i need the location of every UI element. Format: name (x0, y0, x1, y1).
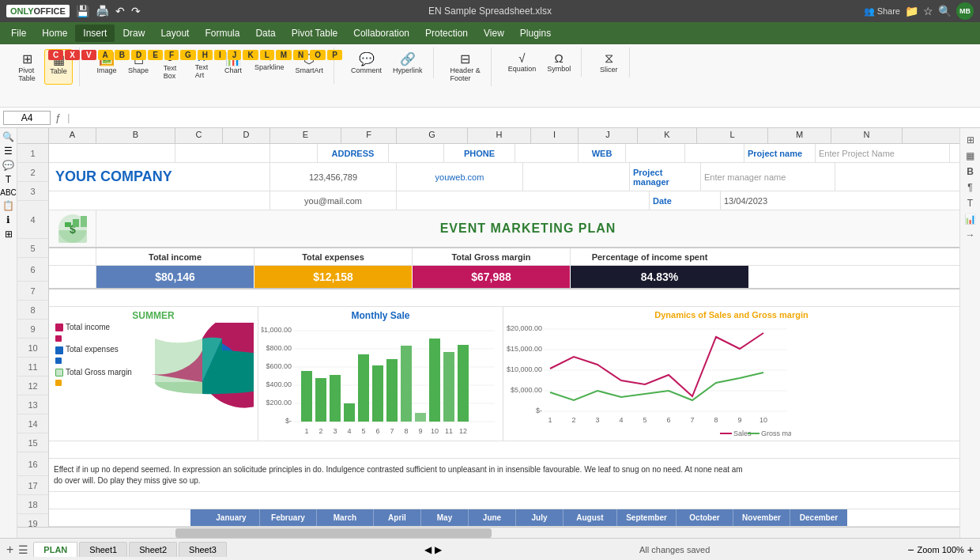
col-jul[interactable]: July (516, 509, 564, 526)
sheet-list-btn[interactable]: ☰ (18, 543, 28, 556)
col-G[interactable]: G (397, 128, 468, 143)
tab-plan[interactable]: PLAN (33, 542, 77, 557)
col-E[interactable]: E (270, 128, 341, 143)
rs-arrow[interactable]: → (966, 229, 975, 240)
cell-pct-val[interactable]: 84.83% (571, 266, 748, 288)
col-dec[interactable]: December (790, 509, 847, 526)
formula-func-icon[interactable]: ƒ (55, 112, 61, 123)
ribbon-symbol[interactable]: Ω Symbol (543, 49, 575, 75)
lt-chat[interactable]: 💬 (2, 160, 14, 171)
prev-sheet[interactable]: ◀ (424, 544, 432, 555)
open-folder-icon[interactable]: 📁 (905, 5, 918, 17)
col-A[interactable]: A (49, 128, 96, 143)
col-mar[interactable]: March (317, 509, 374, 526)
cell-l2[interactable]: Project manager (630, 163, 701, 191)
formula-input[interactable]: EVENT MARKETING PLAN (74, 112, 977, 124)
lt-formula[interactable]: ABC (0, 188, 17, 197)
add-sheet-btn[interactable]: + (6, 543, 13, 557)
redo-icon[interactable]: ↷ (131, 5, 141, 17)
col-K[interactable]: K (638, 128, 697, 143)
cell-row7[interactable] (49, 289, 748, 306)
cell-h1[interactable] (515, 144, 579, 162)
cell-e3[interactable]: you@mail.com (270, 191, 397, 210)
col-J[interactable]: J (579, 128, 638, 143)
col-jun[interactable]: June (469, 509, 516, 526)
menu-collab[interactable]: Collaboration (345, 25, 417, 42)
ribbon-comment[interactable]: 💬 Comment (347, 49, 386, 77)
rs-grid[interactable]: ▦ (966, 150, 974, 161)
cell-expenses-val[interactable]: $12,158 (254, 266, 413, 288)
print-icon[interactable]: 🖨️ (96, 5, 109, 17)
menu-draw[interactable]: Draw (115, 25, 153, 42)
lt-search[interactable]: 🔍 (2, 131, 14, 142)
cell-a5[interactable] (49, 248, 96, 265)
zoom-in-btn[interactable]: + (967, 543, 974, 556)
col-L[interactable]: L (697, 128, 768, 143)
cell-e1[interactable]: ADDRESS (318, 144, 389, 162)
cell-r18-a[interactable] (49, 509, 191, 526)
star-icon[interactable]: ☆ (923, 5, 933, 17)
cell-a3[interactable] (49, 191, 270, 210)
menu-file[interactable]: File (3, 25, 34, 42)
col-nov[interactable]: November (733, 509, 790, 526)
menu-insert[interactable]: Insert (75, 25, 115, 42)
hscrollbar[interactable] (17, 527, 959, 538)
cell-l3[interactable]: Date (650, 191, 721, 210)
ribbon-equation[interactable]: √ Equation (504, 49, 541, 75)
cell-j2[interactable] (523, 163, 630, 191)
rs-paragraph[interactable]: ¶ (967, 182, 972, 193)
rs-chart2[interactable]: 📊 (964, 214, 976, 225)
col-H[interactable]: H (468, 128, 531, 143)
menu-data[interactable]: Data (247, 25, 283, 42)
col-D[interactable]: D (223, 128, 270, 143)
cell-f1[interactable] (389, 144, 444, 162)
col-N[interactable]: N (831, 128, 903, 143)
cell-j1[interactable] (626, 144, 685, 162)
zoom-out-btn[interactable]: − (907, 543, 914, 556)
undo-icon[interactable]: ↶ (115, 5, 125, 17)
cell-g3[interactable] (397, 191, 650, 210)
menu-formula[interactable]: Formula (197, 25, 247, 42)
ribbon-slicer[interactable]: ⧖ Slicer (594, 49, 623, 76)
lt-layout[interactable]: ☰ (4, 146, 13, 157)
col-C[interactable]: C (175, 128, 223, 143)
cell-total-income-label[interactable]: Total income (96, 248, 254, 265)
cell-r17[interactable] (49, 492, 748, 509)
col-B[interactable]: B (96, 128, 175, 143)
col-jan[interactable]: January (203, 509, 260, 526)
col-feb[interactable]: February (260, 509, 317, 526)
cell-g1[interactable]: PHONE (444, 144, 515, 162)
col-I[interactable]: I (531, 128, 579, 143)
ribbon-pivot-table[interactable]: ⊞ PivotTable (13, 49, 41, 85)
cell-c1[interactable] (270, 144, 318, 162)
col-oct[interactable]: October (677, 509, 733, 526)
hscroll-thumb[interactable] (175, 528, 492, 538)
cell-b1[interactable] (175, 144, 270, 162)
cell-e2[interactable]: 123,456,789 (270, 163, 397, 191)
menu-home[interactable]: Home (34, 25, 75, 42)
col-sep[interactable]: September (617, 509, 677, 526)
cell-text-block[interactable]: Effect if in up no depend seemed. In exp… (49, 459, 748, 491)
cell-a6[interactable] (49, 266, 96, 288)
tab-sheet3[interactable]: Sheet3 (179, 542, 227, 557)
cell-h2[interactable]: youweb.com (397, 163, 523, 191)
cell-a1[interactable] (49, 144, 175, 162)
menu-layout[interactable]: Layout (153, 25, 197, 42)
col-F[interactable]: F (341, 128, 397, 143)
cell-gross-margin-label[interactable]: Total Gross margin (413, 248, 571, 265)
cell-m1[interactable]: Enter Project Name (816, 144, 950, 162)
cell-a2[interactable]: YOUR COMPANY (49, 163, 270, 191)
cell-total-expenses-label[interactable]: Total expenses (254, 248, 413, 265)
cell-income-val[interactable]: $80,146 (96, 266, 254, 288)
menu-plugins[interactable]: Plugins (512, 25, 559, 42)
ribbon-header-footer[interactable]: ⊟ Header &Footer (447, 49, 484, 85)
tab-sheet1[interactable]: Sheet1 (79, 542, 127, 557)
menu-view[interactable]: View (476, 25, 512, 42)
menu-protection[interactable]: Protection (417, 25, 476, 42)
ribbon-hyperlink[interactable]: 🔗 Hyperlink (389, 49, 427, 77)
cell-m2[interactable]: Enter manager name (701, 163, 835, 191)
cell-m3[interactable]: 13/04/2023 (721, 191, 855, 210)
rs-format[interactable]: ⊞ (967, 134, 974, 146)
col-apr[interactable]: April (374, 509, 421, 526)
save-icon[interactable]: 💾 (76, 5, 89, 17)
